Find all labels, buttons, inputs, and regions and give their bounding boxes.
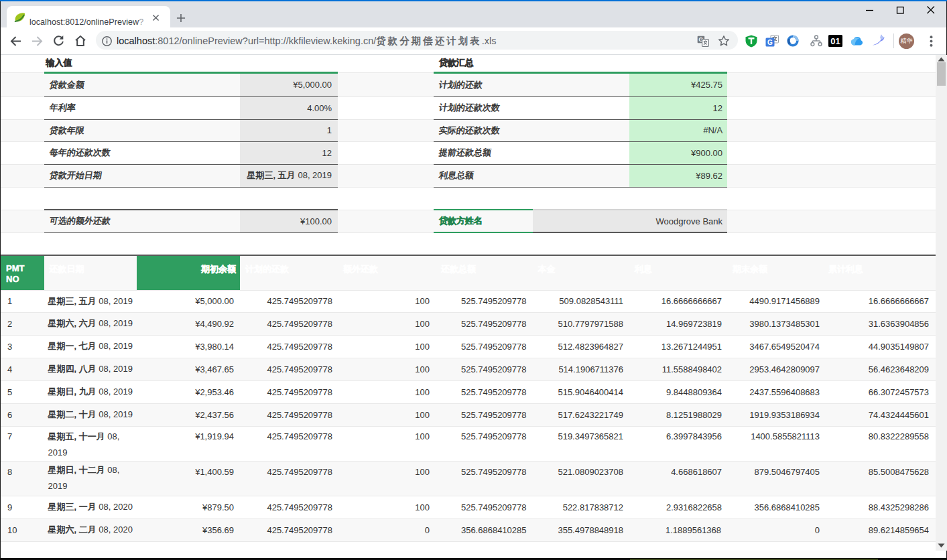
svg-text:G: G — [767, 39, 773, 46]
svg-text:01: 01 — [830, 36, 840, 46]
